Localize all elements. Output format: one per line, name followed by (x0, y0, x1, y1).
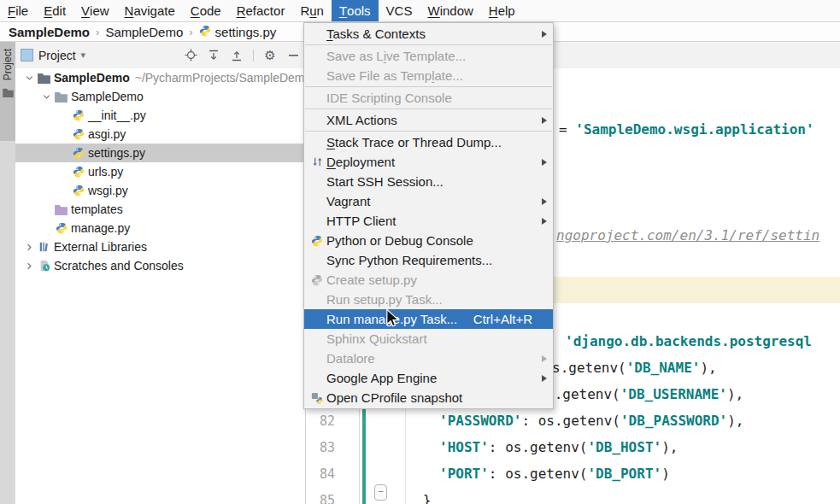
mouse-cursor (385, 308, 400, 329)
tree-chevron-icon[interactable] (22, 243, 36, 252)
tree-chevron-icon[interactable] (22, 261, 36, 271)
breadcrumb-label: SampleDemo (9, 25, 90, 39)
menu-item-label: Save File as Template... (326, 68, 463, 83)
menu-item-google-app-engine[interactable]: Google App Engine (304, 368, 553, 388)
code-line[interactable]: 'django.db.backends.postgresql (565, 332, 812, 351)
chevron-down-icon[interactable]: ▾ (81, 50, 86, 61)
python-file-icon (70, 128, 86, 140)
menu-item-label: Python or Debug Console (326, 233, 473, 248)
tree-item-wsgi-py[interactable]: wsgi.py (15, 181, 305, 200)
main-menu-bar: FileEditViewNavigateCodeRefactorRunTools… (0, 0, 840, 22)
code-line[interactable]: 'PORT': os.getenv('DB_PORT') (373, 465, 670, 483)
code-line[interactable]: = 'SampleDemo.wsgi.application' (559, 120, 814, 139)
menu-item-save-file-as-template: Save File as Template... (304, 66, 553, 85)
tree-item-sampledemo[interactable]: SampleDemo (15, 87, 305, 106)
menu-shortcut: Ctrl+Alt+R (473, 312, 532, 326)
fold-marker[interactable]: − (374, 484, 387, 501)
code-segment-plain (373, 413, 439, 429)
python-file-icon (70, 109, 86, 121)
menu-tools[interactable]: Tools (332, 0, 379, 21)
tree-item-manage-py[interactable]: manage.py (15, 219, 305, 237)
toolbar-divider (253, 50, 254, 62)
menu-view[interactable]: View (73, 0, 117, 21)
code-line[interactable]: ngoproject.com/en/3.1/ref/settin (556, 226, 819, 245)
python-icon (308, 235, 326, 247)
menu-item-deployment[interactable]: Deployment (304, 152, 553, 172)
menu-item-tasks-contexts[interactable]: Tasks & Contexts (304, 24, 553, 44)
python-file-icon (70, 166, 86, 178)
code-line[interactable]: 'PASSWORD': os.getenv('DB_PASSWORD'), (373, 412, 743, 431)
menu-item-datalore: Datalore (304, 349, 553, 368)
hide-icon[interactable] (286, 49, 300, 62)
menu-item-label: Google App Engine (326, 371, 437, 385)
expand-all-icon[interactable] (207, 49, 220, 62)
tree-chevron-icon[interactable] (22, 73, 36, 83)
code-segment-comment: ngoproject.com/en/3.1/ref/settin (556, 227, 819, 243)
breadcrumb-item-sampledemo[interactable]: SampleDemo (9, 25, 90, 39)
tree-item-label: SampleDemo (71, 90, 144, 103)
menu-run[interactable]: Run (292, 0, 332, 21)
line-number[interactable]: 83 (306, 438, 335, 457)
menu-item-xml-actions[interactable]: XML Actions (304, 110, 553, 130)
collapse-all-icon[interactable] (230, 49, 244, 62)
menu-item-label: HTTP Client (326, 214, 396, 228)
tree-item-urls-py[interactable]: urls.py (15, 162, 305, 181)
menu-refactor[interactable]: Refactor (229, 0, 293, 21)
settings-icon[interactable]: ⚙ (263, 49, 277, 62)
code-line[interactable]: s.getenv('DB_NAME'), (552, 359, 717, 378)
line-number[interactable]: 82 (306, 412, 335, 431)
code-segment-plain: ), (727, 413, 743, 429)
menu-separator (305, 108, 552, 109)
tree-item-asgi-py[interactable]: asgi.py (15, 125, 305, 144)
project-panel-title: Project (38, 49, 76, 62)
tree-item-settings-py[interactable]: settings.py (15, 144, 305, 162)
python-file-icon (53, 222, 69, 234)
tree-item-sampledemo[interactable]: SampleDemo~/PycharmProjects/SampleDemo (15, 68, 305, 87)
code-line[interactable]: s.getenv('DB_USERNAME'), (546, 385, 743, 404)
menu-item-sphinx-quickstart: Sphinx Quickstart (304, 329, 553, 349)
code-segment-plain: : os.getenv( (521, 413, 620, 429)
tree-item-scratches-and-consoles[interactable]: Scratches and Consoles (15, 256, 305, 275)
scratches-icon (36, 260, 52, 272)
menu-file[interactable]: File (0, 0, 36, 21)
tree-item-label: __init__.py (88, 108, 146, 122)
menu-item-label: Create setup.py (326, 273, 417, 287)
line-number[interactable]: 84 (306, 465, 335, 483)
code-segment-plain: ), (727, 386, 743, 402)
project-stripe-button[interactable]: Project (0, 42, 15, 141)
menu-item-run-manage-py-task[interactable]: Run manage.py Task...Ctrl+Alt+R (304, 309, 553, 329)
menu-item-label: Open CProfile snapshot (326, 390, 462, 405)
code-segment-plain: : os.getenv( (489, 466, 588, 482)
locate-icon[interactable] (184, 49, 197, 62)
code-segment-string: 'PORT' (439, 466, 489, 482)
breadcrumb-separator: › (189, 26, 192, 38)
folder-root-icon (36, 73, 52, 84)
tree-item-templates[interactable]: templates (15, 200, 305, 219)
tree-chevron-icon[interactable] (39, 92, 53, 102)
breadcrumb-label: SampleDemo (105, 25, 183, 39)
menu-vcs[interactable]: VCS (379, 0, 420, 21)
menu-code[interactable]: Code (183, 0, 229, 21)
line-number[interactable]: 85 (306, 491, 335, 504)
tree-item-label: wsgi.py (88, 184, 128, 197)
project-view-icon (21, 49, 33, 62)
menu-window[interactable]: Window (420, 0, 480, 21)
menu-navigate[interactable]: Navigate (117, 0, 183, 21)
menu-edit[interactable]: Edit (36, 0, 73, 21)
menu-item-label: IDE Scripting Console (326, 91, 452, 105)
tree-item-external-libraries[interactable]: External Libraries (15, 237, 305, 256)
menu-item-python-or-debug-console[interactable]: Python or Debug Console (304, 231, 553, 250)
code-line[interactable]: 'HOST': os.getenv('DB_HOST'), (373, 438, 678, 457)
breadcrumb-item-sampledemo[interactable]: SampleDemo (105, 25, 183, 39)
menu-item-open-cprofile-snapshot[interactable]: Open CProfile snapshot (304, 388, 553, 407)
menu-item-start-ssh-session[interactable]: Start SSH Session... (304, 172, 553, 191)
menu-item-stack-trace-or-thread-dump[interactable]: Stack Trace or Thread Dump... (304, 132, 553, 152)
menu-item-http-client[interactable]: HTTP Client (304, 211, 553, 231)
menu-item-sync-python-requirements[interactable]: Sync Python Requirements... (304, 250, 553, 270)
menu-item-vagrant[interactable]: Vagrant (304, 191, 553, 211)
tree-item-label: Scratches and Consoles (54, 259, 184, 273)
breadcrumb-item-settings-py[interactable]: settings.py (199, 25, 277, 39)
menu-help[interactable]: Help (481, 0, 523, 21)
tree-item-label: asgi.py (88, 127, 126, 141)
tree-item-init-py[interactable]: __init__.py (15, 106, 305, 125)
